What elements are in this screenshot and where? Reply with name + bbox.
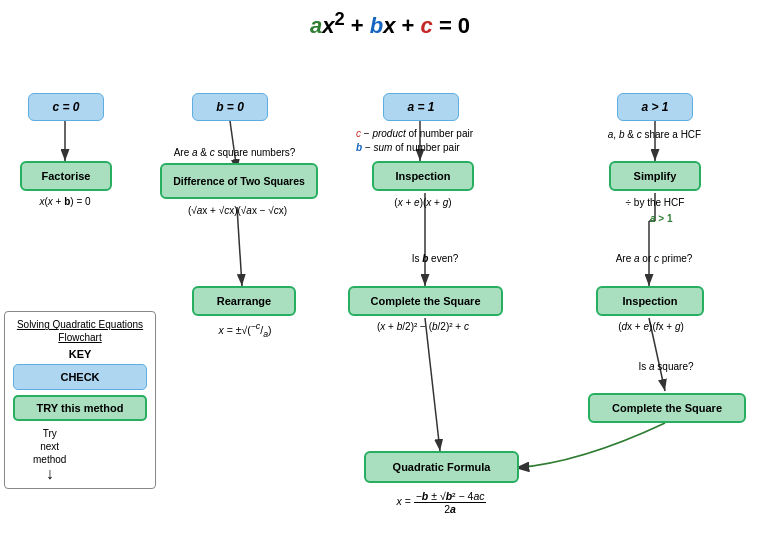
key-try-next: Trynextmethod ↓ [13, 427, 147, 482]
chart-title: Solving Quadratic EquationsFlowchart [13, 318, 147, 344]
box-rearrange: Rearrange [192, 286, 296, 316]
box-simplify: Simplify [609, 161, 701, 191]
sub-rearrange: x = ±√(−c/a) [184, 321, 306, 339]
box-complete-sq-agt1: Complete the Square [588, 393, 746, 423]
note-diff-sq: Are a & c square numbers? [152, 147, 317, 158]
box-factorise: Factorise [20, 161, 112, 191]
sub-inspection-a1: (x + e)(x + g) [363, 197, 483, 208]
condition-agt1: a > 1 [617, 93, 693, 121]
condition-b0: b = 0 [192, 93, 268, 121]
condition-c0: c = 0 [28, 93, 104, 121]
note-is-b-even: Is b even? [390, 253, 480, 264]
box-quad-formula: Quadratic Formula [364, 451, 519, 483]
sub-diff-sq: (√ax + √cx)(√ax − √cx) [150, 205, 325, 216]
sub-quad-formula: x = −b ± √b² − 4ac 2a [344, 490, 539, 515]
box-inspection-agt1: Inspection [596, 286, 704, 316]
key-title: KEY [13, 348, 147, 360]
sub-factorise: x(x + b) = 0 [14, 196, 116, 207]
key-box: Solving Quadratic EquationsFlowchart KEY… [4, 311, 156, 489]
note-prime: Are a or c prime? [594, 253, 714, 264]
note-div-hcf: ÷ by the HCF [601, 197, 709, 208]
condition-a1: a = 1 [383, 93, 459, 121]
note-is-a-square: Is a square? [614, 361, 718, 372]
note-agt1-loop: a > 1 [650, 213, 710, 224]
note-inspection-a1: c − product of number pair b − sum of nu… [356, 127, 504, 155]
note-simplify: a, b & c share a HCF [597, 129, 712, 140]
box-inspection-a1: Inspection [372, 161, 474, 191]
key-try: TRY this method [13, 395, 147, 421]
svg-line-7 [425, 318, 440, 451]
svg-line-5 [237, 207, 242, 286]
main-title: ax2 + bx + c = 0 [0, 0, 780, 43]
box-diff-squares: Difference of Two Squares [160, 163, 318, 199]
sub-inspection-agt1: (dx + e)(fx + g) [586, 321, 716, 332]
box-complete-sq-a1: Complete the Square [348, 286, 503, 316]
key-check: CHECK [13, 364, 147, 390]
sub-complete-sq-a1: (x + b/2)² − (b/2)² + c [338, 321, 508, 332]
